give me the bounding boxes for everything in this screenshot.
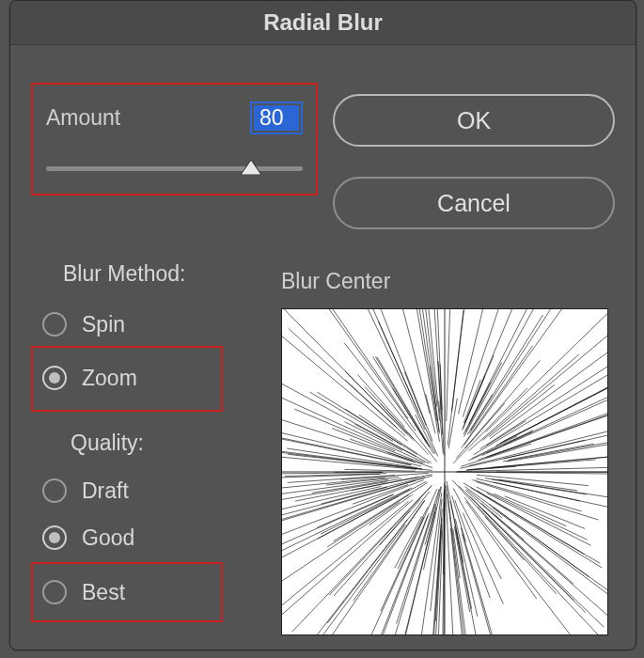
svg-line-76 [300, 309, 416, 431]
svg-line-50 [489, 384, 554, 436]
svg-line-221 [329, 486, 432, 595]
radial-blur-dialog: Radial Blur Amount 80 OK Cancel [9, 0, 636, 650]
svg-line-102 [464, 497, 584, 634]
svg-line-54 [436, 309, 444, 456]
svg-line-88 [381, 517, 424, 612]
svg-line-214 [310, 392, 394, 441]
svg-line-189 [494, 482, 607, 528]
svg-line-109 [430, 366, 439, 433]
svg-line-72 [282, 377, 416, 457]
radio-icon [42, 478, 67, 503]
dialog-content: Amount 80 OK Cancel Blur Method: Spin [10, 45, 636, 650]
svg-line-98 [350, 489, 437, 634]
svg-line-151 [461, 444, 531, 466]
svg-line-116 [288, 454, 432, 470]
svg-line-145 [468, 431, 533, 461]
svg-line-67 [287, 448, 417, 468]
blur-method-heading: Blur Method: [63, 261, 185, 287]
svg-line-198 [498, 479, 577, 491]
radio-label: Spin [82, 312, 125, 337]
svg-line-41 [463, 309, 527, 434]
svg-line-154 [327, 492, 430, 623]
radio-best[interactable]: Best [42, 572, 230, 613]
svg-line-95 [345, 380, 398, 428]
svg-marker-0 [241, 160, 261, 175]
amount-label: Amount [46, 105, 120, 131]
svg-line-123 [448, 399, 457, 448]
amount-row: Amount 80 [46, 102, 303, 134]
radio-icon [42, 580, 67, 604]
svg-line-97 [347, 309, 418, 412]
quality-heading: Quality: [71, 431, 144, 456]
radio-label: Zoom [82, 366, 137, 391]
radio-zoom[interactable]: Zoom [42, 357, 230, 399]
svg-line-96 [464, 487, 607, 618]
slider-thumb[interactable] [241, 160, 261, 175]
svg-line-190 [282, 502, 400, 598]
svg-line-92 [487, 493, 591, 545]
svg-line-112 [282, 500, 413, 618]
svg-line-85 [370, 309, 432, 441]
svg-line-163 [452, 309, 467, 411]
svg-line-47 [490, 349, 607, 439]
svg-line-51 [461, 527, 514, 634]
svg-line-121 [454, 526, 469, 612]
svg-line-68 [486, 388, 607, 458]
svg-line-119 [459, 309, 495, 414]
svg-line-22 [282, 448, 422, 469]
radio-label: Best [82, 580, 125, 605]
svg-line-31 [509, 444, 594, 460]
svg-line-218 [447, 485, 472, 634]
svg-line-73 [282, 476, 432, 523]
radio-icon [42, 525, 67, 550]
radio-draft[interactable]: Draft [42, 470, 230, 511]
svg-line-203 [505, 496, 585, 529]
amount-input[interactable]: 80 [250, 102, 303, 134]
blur-center-heading: Blur Center [281, 269, 390, 294]
radio-icon [42, 312, 67, 337]
dialog-title: Radial Blur [10, 1, 636, 45]
amount-slider[interactable] [46, 161, 303, 178]
cancel-button[interactable]: Cancel [333, 177, 615, 229]
radio-label: Draft [82, 478, 129, 504]
svg-line-211 [404, 371, 426, 425]
svg-line-172 [463, 380, 480, 423]
zoom-burst-icon [282, 309, 607, 634]
svg-line-200 [465, 490, 607, 634]
svg-line-87 [471, 315, 543, 431]
radio-label: Good [82, 525, 134, 551]
ok-button[interactable]: OK [333, 94, 615, 147]
svg-line-135 [282, 401, 416, 462]
radio-good[interactable]: Good [42, 517, 230, 558]
svg-line-131 [466, 502, 537, 599]
slider-track[interactable] [46, 166, 303, 171]
svg-line-146 [470, 496, 605, 627]
svg-line-60 [464, 309, 578, 445]
svg-line-180 [469, 354, 579, 451]
radio-spin[interactable]: Spin [42, 304, 230, 345]
amount-group: Amount 80 [31, 83, 318, 196]
svg-line-215 [447, 309, 453, 421]
svg-line-191 [345, 371, 407, 434]
radio-icon [42, 366, 67, 390]
svg-line-29 [345, 469, 416, 471]
svg-line-140 [312, 478, 401, 493]
blur-center-preview[interactable] [281, 308, 608, 635]
svg-line-107 [448, 310, 463, 445]
svg-line-132 [392, 309, 430, 414]
svg-line-130 [344, 422, 402, 451]
amount-value[interactable]: 80 [254, 105, 299, 131]
